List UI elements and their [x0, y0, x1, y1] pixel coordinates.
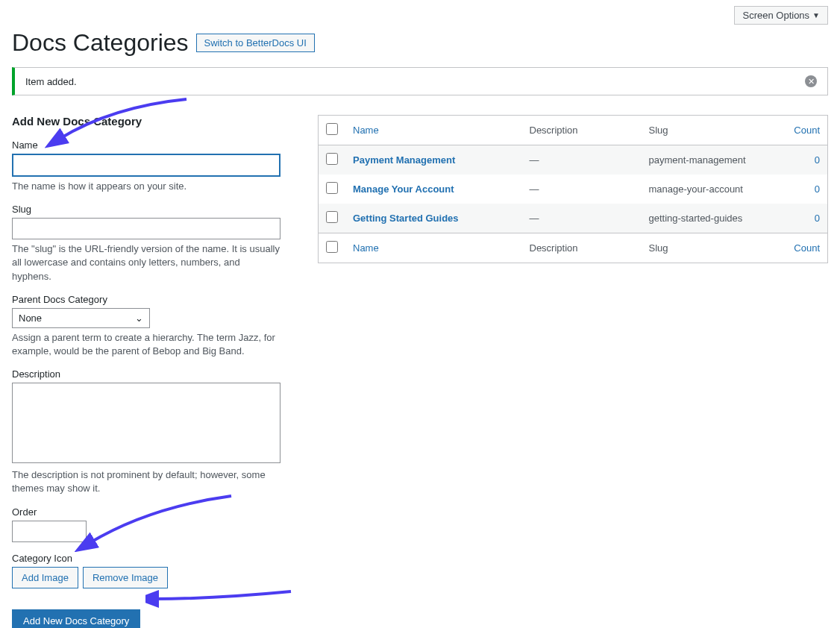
row-count-link[interactable]: 0 [815, 154, 820, 166]
name-label: Name [12, 139, 295, 151]
chevron-down-icon: ⌄ [135, 313, 143, 324]
category-link[interactable]: Payment Management [353, 154, 455, 166]
add-new-heading: Add New Docs Category [12, 115, 295, 128]
description-textarea[interactable] [12, 383, 280, 463]
slug-label: Slug [12, 204, 295, 215]
order-label: Order [12, 506, 295, 518]
row-checkbox[interactable] [326, 182, 338, 194]
col-name-footer[interactable]: Name [345, 233, 522, 263]
add-new-docs-category-button[interactable]: Add New Docs Category [12, 609, 140, 629]
name-help: The name is how it appears on your site. [12, 180, 280, 193]
col-slug-header[interactable]: Slug [642, 116, 776, 145]
parent-selected-value: None [19, 313, 42, 324]
description-help: The description is not prominent by defa… [12, 468, 280, 495]
select-all-bottom-checkbox[interactable] [326, 241, 338, 253]
parent-select[interactable]: None ⌄ [12, 308, 150, 328]
row-description: — [522, 175, 642, 204]
success-notice: Item added. ✕ [12, 67, 828, 95]
row-count-link[interactable]: 0 [815, 183, 820, 195]
close-icon[interactable]: ✕ [805, 75, 817, 87]
select-all-top-checkbox[interactable] [326, 123, 338, 135]
row-slug: payment-management [642, 145, 776, 175]
page-title: Docs Categories [12, 29, 189, 57]
row-description: — [522, 145, 642, 175]
row-slug: getting-started-guides [642, 204, 776, 233]
category-link[interactable]: Manage Your Account [353, 183, 454, 195]
category-icon-label: Category Icon [12, 553, 295, 564]
table-row: Getting Started Guides — getting-started… [319, 204, 828, 233]
col-description-header[interactable]: Description [522, 116, 642, 145]
slug-input[interactable] [12, 218, 280, 239]
chevron-down-icon: ▼ [812, 11, 820, 19]
name-input[interactable] [12, 154, 280, 177]
switch-ui-button[interactable]: Switch to BetterDocs UI [196, 34, 315, 52]
col-description-footer[interactable]: Description [522, 233, 642, 263]
slug-help: The "slug" is the URL-friendly version o… [12, 242, 280, 283]
row-count-link[interactable]: 0 [815, 213, 820, 224]
col-slug-footer[interactable]: Slug [642, 233, 776, 263]
table-row: Manage Your Account — manage-your-accoun… [319, 175, 828, 204]
col-count-footer[interactable]: Count [776, 233, 828, 263]
categories-table: Name Description Slug Count Payment Mana… [318, 115, 828, 263]
category-link[interactable]: Getting Started Guides [353, 213, 459, 224]
description-label: Description [12, 368, 295, 380]
parent-label: Parent Docs Category [12, 294, 295, 305]
notice-text: Item added. [25, 76, 77, 87]
col-count-header[interactable]: Count [776, 116, 828, 145]
screen-options-toggle[interactable]: Screen Options ▼ [734, 6, 828, 25]
remove-image-button[interactable]: Remove Image [83, 567, 168, 588]
order-input[interactable] [12, 521, 87, 542]
add-image-button[interactable]: Add Image [12, 567, 78, 588]
col-name-header[interactable]: Name [345, 116, 522, 145]
screen-options-label: Screen Options [742, 10, 809, 21]
row-checkbox[interactable] [326, 153, 338, 165]
row-checkbox[interactable] [326, 211, 338, 223]
parent-help: Assign a parent term to create a hierarc… [12, 331, 280, 358]
row-description: — [522, 204, 642, 233]
table-row: Payment Management — payment-management … [319, 145, 828, 175]
row-slug: manage-your-account [642, 175, 776, 204]
